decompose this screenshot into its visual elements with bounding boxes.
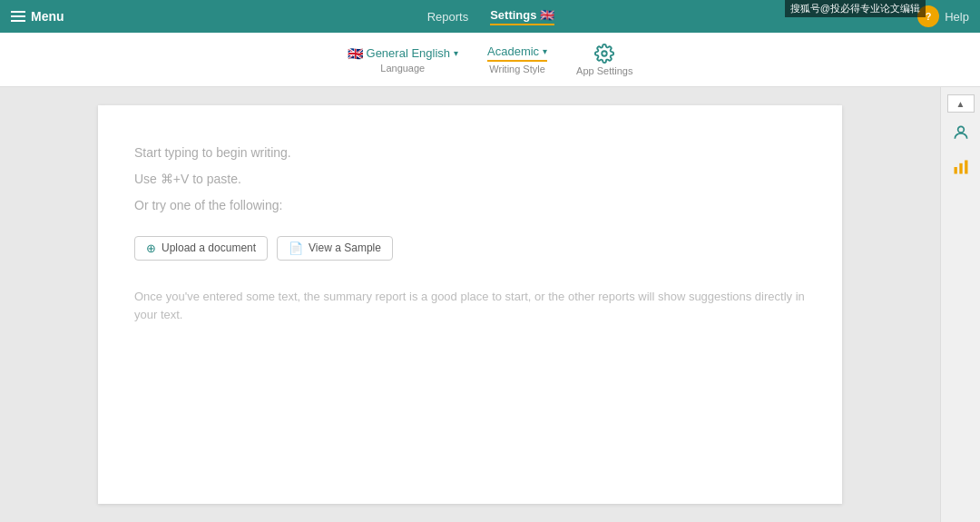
- language-selector[interactable]: 🇬🇧 General English ▾ Language: [348, 46, 459, 74]
- language-chevron-icon: ▾: [454, 48, 458, 58]
- editor-actions: ⊕ Upload a document 📄 View a Sample: [134, 236, 806, 261]
- main-area: Start typing to begin writing. Use ⌘+V t…: [0, 87, 980, 522]
- nav-settings[interactable]: Settings 🇬🇧: [490, 8, 554, 25]
- editor-document[interactable]: Start typing to begin writing. Use ⌘+V t…: [98, 105, 842, 504]
- writing-style-value: Academic ▾: [487, 44, 547, 62]
- svg-rect-3: [959, 163, 962, 174]
- svg-point-1: [957, 126, 964, 133]
- document-icon: 📄: [289, 241, 303, 255]
- person-icon: [952, 123, 970, 142]
- settings-toolbar: 🇬🇧 General English ▾ Language Academic ▾…: [0, 33, 980, 87]
- svg-point-0: [603, 51, 608, 56]
- upload-icon: ⊕: [146, 241, 156, 255]
- nav-center: Reports Settings 🇬🇧: [427, 8, 554, 25]
- user-profile-button[interactable]: [946, 118, 975, 147]
- language-value: 🇬🇧 General English ▾: [348, 46, 459, 61]
- placeholder-line3: Or try one of the following:: [134, 194, 806, 217]
- help-avatar: ?: [917, 5, 939, 27]
- flag-icon: 🇬🇧: [540, 8, 554, 22]
- menu-label: Menu: [31, 9, 64, 24]
- top-navigation: Menu Reports Settings 🇬🇧 ? Help: [0, 0, 980, 33]
- svg-rect-4: [965, 161, 967, 174]
- writing-style-label: Writing Style: [489, 64, 545, 74]
- nav-right: ? Help: [917, 5, 969, 27]
- editor-wrapper: Start typing to begin writing. Use ⌘+V t…: [0, 87, 940, 522]
- language-flag: 🇬🇧: [348, 46, 363, 61]
- svg-rect-2: [954, 167, 956, 174]
- app-settings-button[interactable]: App Settings: [576, 44, 632, 76]
- upload-document-button[interactable]: ⊕ Upload a document: [134, 236, 268, 261]
- language-label: Language: [380, 63, 425, 74]
- hamburger-icon: [11, 11, 25, 22]
- writing-style-selector[interactable]: Academic ▾ Writing Style: [487, 44, 547, 74]
- editor-placeholder: Start typing to begin writing. Use ⌘+V t…: [134, 142, 806, 218]
- scroll-up-icon: ▲: [956, 99, 965, 109]
- reports-chart-button[interactable]: [946, 153, 975, 182]
- menu-button[interactable]: Menu: [11, 9, 64, 24]
- help-label[interactable]: Help: [945, 10, 969, 24]
- right-sidebar: ▲: [940, 87, 980, 522]
- view-sample-button[interactable]: 📄 View a Sample: [277, 236, 393, 261]
- placeholder-line1: Start typing to begin writing.: [134, 142, 806, 164]
- gear-icon: [594, 44, 614, 64]
- writing-style-chevron-icon: ▾: [543, 46, 547, 56]
- scroll-up-button[interactable]: ▲: [947, 94, 975, 113]
- chart-icon: [952, 158, 970, 176]
- nav-reports[interactable]: Reports: [427, 10, 469, 24]
- editor-hint-text: Once you've entered some text, the summa…: [134, 288, 806, 326]
- placeholder-line2: Use ⌘+V to paste.: [134, 168, 806, 191]
- app-settings-label: App Settings: [576, 65, 632, 76]
